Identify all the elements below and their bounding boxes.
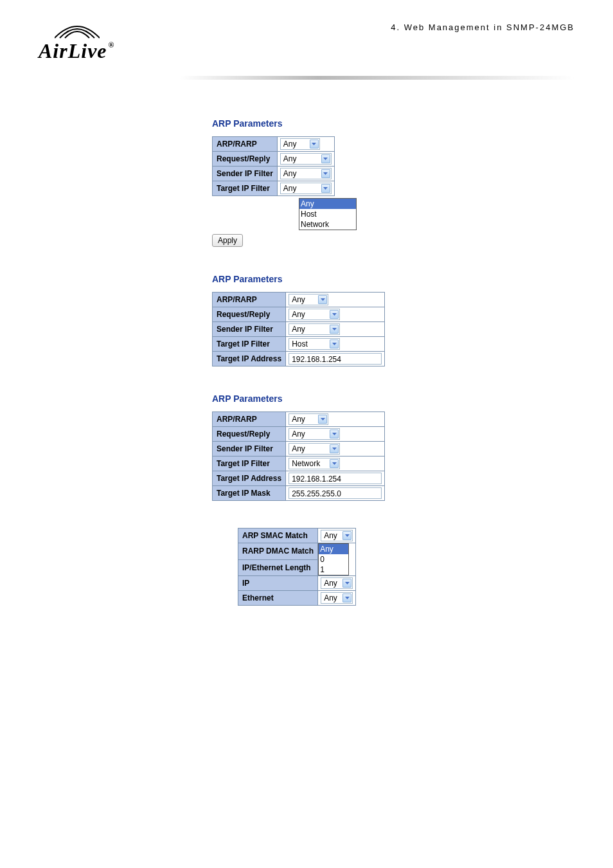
param-value-cell: Any [286,427,385,442]
select-value: Any [283,184,319,193]
chevron-down-icon [342,531,351,540]
apply-button[interactable]: Apply [212,234,243,247]
param-label: Target IP Filter [213,457,286,471]
param-label: Ethernet [238,591,318,606]
param-label: IP/Ethernet Length [238,559,318,576]
select-field[interactable]: Any [289,309,340,320]
param-value-cell: Any [286,442,385,457]
section-title: ARP Parameters [212,274,613,284]
param-value-cell: Any [318,529,356,543]
select-field[interactable]: Any [280,138,320,150]
param-label: Target IP Mask [213,486,286,501]
text-input[interactable]: 192.168.1.254 [289,473,382,484]
dropdown-option[interactable]: 1 [319,565,348,575]
select-value: Any [292,310,327,319]
param-value-cell: Any [286,293,385,307]
select-field[interactable]: Any [289,294,328,305]
dropdown-option[interactable]: Any [299,199,356,209]
brand-logo: AirLive® [39,23,161,63]
param-label: ARP/RARP [213,293,286,307]
brand-text: AirLive® [39,39,115,62]
chevron-down-icon [330,339,339,348]
table-row: ARP/RARPAny [213,412,385,427]
param-value-cell: Any [277,137,334,152]
table-row: Target IP FilterAny [213,181,335,196]
param-label: Sender IP Filter [213,322,286,337]
select-field[interactable]: Any [321,577,353,589]
table-row: IPAny [238,576,356,591]
table-row: Target IP FilterNetwork [213,457,385,471]
param-table: ARP SMAC MatchAnyRARP DMAC MatchAny01IP/… [238,528,356,606]
select-value: Any [324,531,340,540]
param-label: ARP/RARP [213,412,286,427]
select-field[interactable]: Any [280,153,332,165]
param-label: Target IP Filter [213,337,286,352]
select-value: Any [292,444,327,453]
select-value: Any [292,415,315,424]
dropdown-option[interactable]: Host [299,209,356,219]
table-row: Request/ReplyAny [213,307,385,322]
breadcrumb: 4. Web Management in SNMP-24MGB [391,23,574,32]
section-title: ARP Parameters [212,118,613,129]
select-value: Host [292,339,327,348]
table-row: Sender IP FilterAny [213,167,335,181]
select-field[interactable]: Any [321,592,353,604]
param-value-cell: Any [286,322,385,337]
select-field[interactable]: Any [289,428,340,440]
param-label: Sender IP Filter [213,167,278,181]
table-row: Target IP Address192.168.1.254 [213,471,385,486]
select-field[interactable]: Any [289,443,340,455]
param-value-cell: 192.168.1.254 [286,352,385,366]
chevron-down-icon [321,184,330,193]
chevron-down-icon [330,325,339,334]
table-row: Sender IP FilterAny [213,322,385,337]
select-field[interactable]: Network [289,458,340,469]
param-label: Target IP Filter [213,181,278,196]
select-value: Any [324,579,340,588]
dropdown-option[interactable]: Network [299,219,356,230]
select-field[interactable]: Any [321,530,353,541]
table-row: Target IP Address192.168.1.254 [213,352,385,366]
table-row: Sender IP FilterAny [213,442,385,457]
select-value: Any [292,429,327,439]
param-value-cell: Any [277,167,334,181]
param-value-cell: Any01 [318,543,356,576]
select-value: Network [292,459,327,468]
select-value: Any [283,140,307,149]
select-value: Any [324,593,340,602]
param-label: IP [238,576,318,591]
dropdown-list[interactable]: Any01 [318,543,349,575]
param-value-cell: Any [318,576,356,591]
param-label: ARP SMAC Match [238,529,318,543]
select-value: Any [292,325,327,334]
table-row: Target IP Mask255.255.255.0 [213,486,385,501]
param-label: Request/Reply [213,152,278,167]
param-value-cell: Any [277,152,334,167]
table-row: Target IP FilterHost [213,337,385,352]
param-value-cell: Host [286,337,385,352]
select-field[interactable]: Host [289,338,340,350]
dropdown-option[interactable]: 0 [319,554,348,565]
select-field[interactable]: Any [280,168,332,179]
chevron-down-icon [330,310,339,319]
dropdown-list[interactable]: AnyHostNetwork [299,198,357,230]
select-field[interactable]: Any [289,323,340,335]
param-table: ARP/RARPAnyRequest/ReplyAnySender IP Fil… [212,292,385,366]
table-row: ARP SMAC MatchAny [238,529,356,543]
select-field[interactable]: Any [280,183,332,194]
dropdown-option[interactable]: Any [319,544,348,554]
param-label: Sender IP Filter [213,442,286,457]
param-label: ARP/RARP [213,137,278,152]
param-label: Request/Reply [213,427,286,442]
chevron-down-icon [310,140,319,149]
section-title: ARP Parameters [212,393,613,404]
table-row: ARP/RARPAny [213,293,385,307]
select-field[interactable]: Any [289,413,328,425]
text-input[interactable]: 255.255.255.0 [289,487,382,499]
text-input[interactable]: 192.168.1.254 [289,353,382,365]
param-value-cell: Any [286,307,385,322]
table-row: EthernetAny [238,591,356,606]
table-row: Request/ReplyAny [213,152,335,167]
param-label: Target IP Address [213,352,286,366]
chevron-down-icon [342,593,351,602]
